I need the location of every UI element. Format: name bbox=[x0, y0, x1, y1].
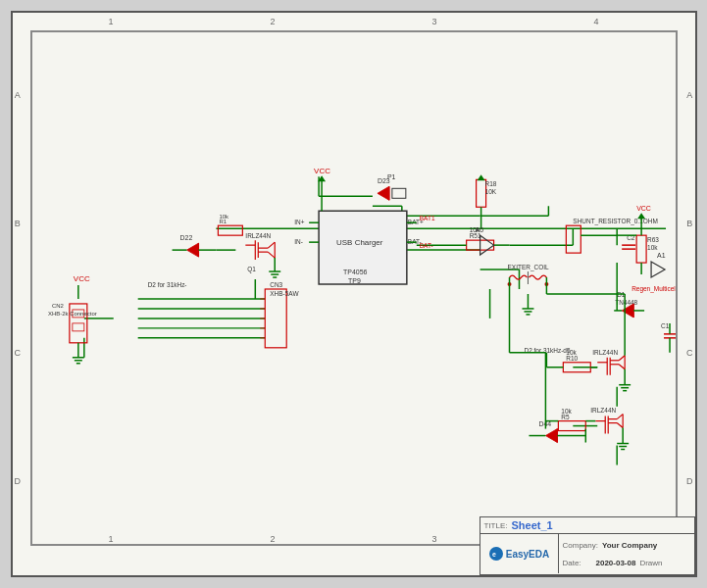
svg-marker-122 bbox=[622, 304, 633, 318]
grid-letter-left-b: B bbox=[15, 219, 22, 228]
svg-text:USB Charger: USB Charger bbox=[336, 238, 383, 247]
svg-text:IRLZ44N: IRLZ44N bbox=[245, 232, 271, 239]
title-block-bottom: e EasyEDA Company: Your Company Date: 20… bbox=[480, 534, 694, 573]
svg-text:VCC: VCC bbox=[73, 274, 89, 283]
title-block-logo: e EasyEDA bbox=[480, 534, 559, 573]
svg-line-150 bbox=[617, 423, 623, 428]
company-label: Company: bbox=[563, 541, 598, 550]
svg-text:D2 for 31kHz-: D2 for 31kHz- bbox=[147, 281, 186, 288]
schematic-svg: VCC CN2 XHB-2k Connector CN3 XHB-5AW bbox=[30, 30, 678, 546]
svg-text:XHB-2k Connector: XHB-2k Connector bbox=[47, 311, 96, 317]
grid-num-top-2: 2 bbox=[270, 17, 275, 26]
svg-text:10k: 10k bbox=[647, 244, 658, 251]
easyeda-text: EasyEDA bbox=[506, 549, 549, 560]
svg-text:EXITER_COIL: EXITER_COIL bbox=[507, 264, 548, 271]
grid-num-top-4: 4 bbox=[593, 17, 598, 26]
grid-numbers-right: A B C D bbox=[686, 30, 693, 546]
easyeda-logo: e EasyEDA bbox=[488, 546, 549, 562]
svg-text:R5: R5 bbox=[561, 414, 570, 420]
svg-text:10k: 10k bbox=[219, 214, 228, 220]
svg-marker-116 bbox=[651, 262, 665, 277]
date-value: 2020-03-08 bbox=[596, 559, 636, 567]
drawn-label: Drawn bbox=[639, 559, 669, 567]
svg-text:A1: A1 bbox=[657, 252, 666, 259]
svg-line-149 bbox=[617, 415, 623, 419]
svg-text:Regen_Multicel: Regen_Multicel bbox=[631, 285, 676, 293]
svg-text:Q1: Q1 bbox=[247, 266, 256, 273]
easyeda-logo-icon: e bbox=[488, 546, 504, 562]
svg-text:IN-: IN- bbox=[294, 238, 303, 245]
grid-numbers-left: A B C D bbox=[15, 30, 22, 546]
svg-rect-51 bbox=[218, 225, 242, 235]
svg-text:D22: D22 bbox=[179, 234, 192, 241]
grid-letter-left-d: D bbox=[15, 476, 22, 486]
svg-rect-27 bbox=[72, 323, 83, 331]
svg-line-138 bbox=[619, 365, 625, 369]
schematic-content: VCC CN2 XHB-2k Connector CN3 XHB-5AW bbox=[30, 30, 678, 546]
title-label: TITLE: bbox=[484, 521, 508, 530]
grid-letter-right-d: D bbox=[686, 476, 693, 486]
svg-text:TN4448: TN4448 bbox=[615, 299, 637, 306]
svg-text:R63: R63 bbox=[647, 236, 659, 243]
svg-rect-82 bbox=[391, 188, 405, 198]
company-row: Company: Your Company bbox=[563, 541, 690, 550]
svg-marker-44 bbox=[186, 243, 198, 257]
grid-letter-right-a: A bbox=[686, 90, 693, 100]
svg-text:A0: A0 bbox=[475, 226, 483, 233]
date-label: Date: bbox=[563, 559, 592, 567]
svg-text:C1: C1 bbox=[661, 322, 670, 329]
svg-rect-110 bbox=[636, 235, 646, 263]
svg-text:10K: 10K bbox=[484, 188, 496, 195]
svg-text:e: e bbox=[492, 551, 496, 558]
grid-letter-right-b: B bbox=[686, 219, 693, 228]
grid-num-top-1: 1 bbox=[108, 17, 113, 26]
svg-text:XHB-5AW: XHB-5AW bbox=[270, 290, 299, 297]
svg-text:10k: 10k bbox=[566, 349, 577, 356]
grid-numbers-top: 1 2 3 4 bbox=[30, 17, 678, 26]
svg-text:VCC: VCC bbox=[314, 167, 330, 175]
grid-letter-right-c: C bbox=[686, 348, 693, 358]
grid-letter-left-a: A bbox=[15, 90, 22, 100]
svg-text:R10: R10 bbox=[566, 355, 578, 362]
svg-text:IN+: IN+ bbox=[294, 219, 304, 225]
svg-marker-193 bbox=[637, 213, 645, 219]
outer-frame: 1 2 3 4 1 2 3 4 A B C D A B C D bbox=[0, 0, 707, 588]
grid-letter-left-c: C bbox=[15, 348, 22, 358]
svg-text:IRLZ44N: IRLZ44N bbox=[590, 407, 616, 414]
svg-text:VCC: VCC bbox=[636, 205, 651, 212]
svg-marker-88 bbox=[477, 174, 484, 180]
svg-rect-36 bbox=[265, 289, 286, 348]
grid-num-top-3: 3 bbox=[431, 17, 436, 26]
svg-text:P1: P1 bbox=[386, 173, 395, 180]
schematic-page: 1 2 3 4 1 2 3 4 A B C D A B C D bbox=[11, 11, 697, 577]
svg-line-60 bbox=[268, 252, 275, 258]
svg-text:TP4056: TP4056 bbox=[343, 269, 368, 275]
date-row: Date: 2020-03-08 Drawn bbox=[563, 559, 690, 567]
svg-marker-156 bbox=[545, 429, 557, 443]
svg-text:CN3: CN3 bbox=[270, 281, 282, 288]
svg-line-137 bbox=[619, 356, 625, 361]
svg-text:IRLZ44N: IRLZ44N bbox=[592, 349, 618, 356]
svg-text:R18: R18 bbox=[484, 180, 496, 187]
svg-text:TP9: TP9 bbox=[348, 277, 361, 284]
svg-text:10k: 10k bbox=[561, 408, 572, 415]
svg-marker-95 bbox=[480, 235, 493, 255]
svg-text:CN2: CN2 bbox=[51, 303, 64, 309]
title-value: Sheet_1 bbox=[512, 519, 553, 531]
company-value: Your Company bbox=[602, 541, 657, 550]
svg-text:SHUNT_RESISTOR_0.1OHM: SHUNT_RESISTOR_0.1OHM bbox=[573, 218, 658, 225]
title-block-info: Company: Your Company Date: 2020-03-08 D… bbox=[559, 534, 694, 573]
svg-text:BAT1: BAT1 bbox=[419, 215, 434, 221]
title-block: TITLE: Sheet_1 e EasyEDA Company: bbox=[480, 516, 695, 575]
svg-marker-79 bbox=[377, 186, 388, 200]
title-block-title-row: TITLE: Sheet_1 bbox=[480, 517, 694, 534]
svg-line-59 bbox=[268, 242, 275, 248]
svg-text:BAT-: BAT- bbox=[419, 242, 432, 249]
